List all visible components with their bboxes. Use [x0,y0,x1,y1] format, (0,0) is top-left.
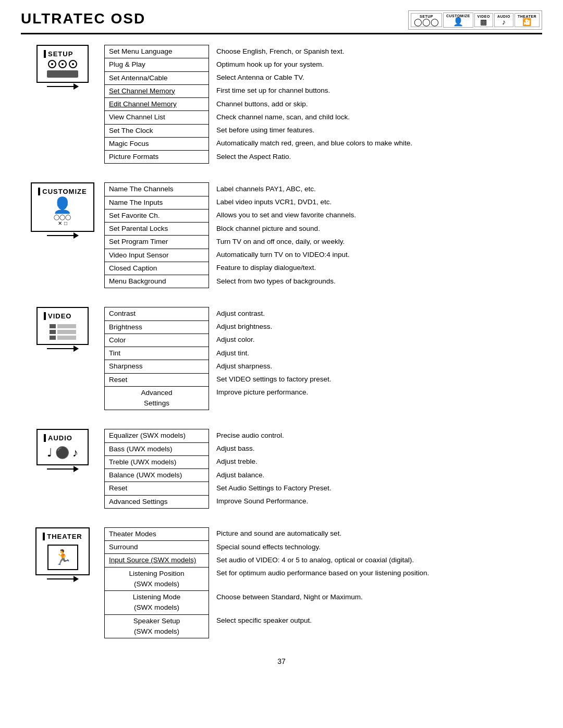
video-desc-4: Adjust tint. [209,347,542,360]
customize-section: CUSTOMIZE 👤 ◯◯◯ ✕ □ Name The Channels La… [21,182,542,288]
video-bar3r [57,336,76,340]
setup-arrow [47,83,78,87]
theater-item-1: Theater Modes [105,527,209,540]
customize-item-2: Name The Inputs [105,196,209,209]
audio-item-5: Reset [105,482,209,495]
header-audio-icon: AUDIO ♪ [494,13,513,27]
customize-item-6: Video Input Sensor [105,249,209,262]
video-item-2: Brightness [105,320,209,334]
theater-section: THEATER 🏃 Theater Modes Picture and soun… [21,527,542,638]
video-bar2r [57,330,76,334]
theater-desc-3: Set audio of VIDEO: 4 or 5 to analog, op… [209,554,542,567]
customize-item-5: Set Program Timer [105,236,209,249]
theater-label: THEATER [43,533,82,540]
audio-desc-5: Set Audio Settings to Factory Preset. [209,482,542,495]
setup-item-3: Set Antenna/Cable [105,71,209,84]
header-icon-bar: SETUP ◯◯◯ CUSTOMIZE 👤 VIDEO ▩ AUDIO ♪ TH… [408,10,542,30]
setup-item-4: Set Channel Memory [105,84,209,97]
video-desc-6: Set VIDEO settings to factory preset. [209,373,542,386]
customize-label: CUSTOMIZE [38,188,87,195]
header-setup-icon: SETUP ◯◯◯ [411,13,442,27]
setup-item-2: Plug & Play [105,58,209,71]
customize-sub-icon1: ◯◯◯ [54,214,71,220]
table-row: Closed Caption Feature to display dialog… [105,262,542,275]
video-bar3 [50,336,56,340]
theater-item-5: Listening Mode(SWX models) [105,591,209,615]
table-row: Contrast Adjust contrast. [105,307,542,320]
audio-icon-content: ♩ ⚫ ♪ [47,444,78,460]
page-number: 37 [21,657,542,665]
setup-knob2 [58,60,67,68]
customize-item-3: Set Favorite Ch. [105,209,209,222]
header-video-icon: VIDEO ▩ [474,13,493,27]
theater-item-2: Surround [105,541,209,554]
table-row: Edit Channel Memory Channel buttons, add… [105,98,542,111]
setup-item-8: Magic Focus [105,137,209,150]
video-item-5: Sharpness [105,360,209,373]
setup-desc-9: Select the Aspect Ratio. [209,151,542,164]
table-row: Input Source (SWX models) Set audio of V… [105,554,542,567]
table-row: Reset Set Audio Settings to Factory Pres… [105,482,542,495]
customize-table: Name The Channels Label channels PAY1, A… [104,182,542,288]
table-row: Balance (UWX models) Adjust balance. [105,469,542,482]
video-bar1r [57,324,76,328]
page-title: ULTRATEC OSD [21,10,145,27]
audio-section-left: AUDIO ♩ ⚫ ♪ [21,429,104,469]
customize-icon-content: 👤 ◯◯◯ ✕ □ [53,198,72,227]
table-row: Name The Inputs Label video inputs VCR1,… [105,196,542,209]
audio-item-4: Balance (UWX models) [105,469,209,482]
setup-knob3 [69,60,77,68]
audio-item-6: Advanced Settings [105,495,209,508]
setup-desc-8: Automatically match red, green, and blue… [209,137,542,150]
setup-item-9: Picture Formats [105,151,209,164]
customize-desc-5: Turn TV on and off once, daily, or weekl… [209,236,542,249]
customize-desc-4: Block channel picture and sound. [209,223,542,236]
theater-desc-1: Picture and sound are automatically set. [209,527,542,540]
customize-desc-7: Feature to display dialogue/text. [209,262,542,275]
table-row: Advanced Settings Improve Sound Performa… [105,495,542,508]
table-row: Set The Clock Set before using timer fea… [105,124,542,137]
video-table: Contrast Adjust contrast. Brightness Adj… [104,307,542,410]
audio-section: AUDIO ♩ ⚫ ♪ Equalizer (SWX models) Preci… [21,429,542,509]
video-arrow [47,345,78,349]
audio-desc-2: Adjust bass. [209,442,542,455]
theater-icon-content: 🏃 [47,542,78,571]
table-row: Set Program Timer Turn TV on and off onc… [105,236,542,249]
video-item-1: Contrast [105,307,209,320]
audio-label: AUDIO [44,434,72,442]
audio-desc-3: Adjust treble. [209,455,542,468]
table-row: Brightness Adjust brightness. [105,320,542,334]
video-section: VIDEO Contrast Adjust contrast. Brightne… [21,307,542,410]
audio-note-icon: ♩ [47,446,52,460]
video-item-7: AdvancedSettings [105,386,209,410]
table-row: Tint Adjust tint. [105,347,542,360]
video-icon-content [50,322,76,340]
video-desc-5: Adjust sharpness. [209,360,542,373]
setup-desc-7: Set before using timer features. [209,124,542,137]
table-row: Menu Background Select from two types of… [105,275,542,288]
setup-table: Set Menu Language Choose English, French… [104,45,542,164]
table-row: View Channel List Check channel name, sc… [105,111,542,124]
table-row: Set Menu Language Choose English, French… [105,45,542,58]
setup-knob1 [48,60,56,68]
theater-icon-box: THEATER 🏃 [35,527,89,576]
setup-desc-1: Choose English, French, or Spanish text. [209,45,542,58]
table-row: Set Antenna/Cable Select Antenna or Cabl… [105,71,542,84]
setup-desc-5: Channel buttons, add or skip. [209,98,542,111]
setup-item-7: Set The Clock [105,124,209,137]
table-row: Set Parental Locks Block channel picture… [105,223,542,236]
table-row: Picture Formats Select the Aspect Ratio. [105,151,542,164]
customize-sub-icon3: □ [64,220,67,227]
video-desc-3: Adjust color. [209,334,542,347]
table-row: Plug & Play Optimum hook up for your sys… [105,58,542,71]
setup-bar [47,70,78,78]
theater-item-3: Input Source (SWX models) [105,554,209,567]
video-item-6: Reset [105,373,209,386]
setup-item-1: Set Menu Language [105,45,209,58]
theater-section-left: THEATER 🏃 [21,527,104,580]
theater-desc-2: Special sound effects technology. [209,541,542,554]
video-section-left: VIDEO [21,307,104,349]
table-row: Bass (UWX models) Adjust bass. [105,442,542,455]
customize-section-left: CUSTOMIZE 👤 ◯◯◯ ✕ □ [21,182,104,236]
table-row: Name The Channels Label channels PAY1, A… [105,183,542,196]
